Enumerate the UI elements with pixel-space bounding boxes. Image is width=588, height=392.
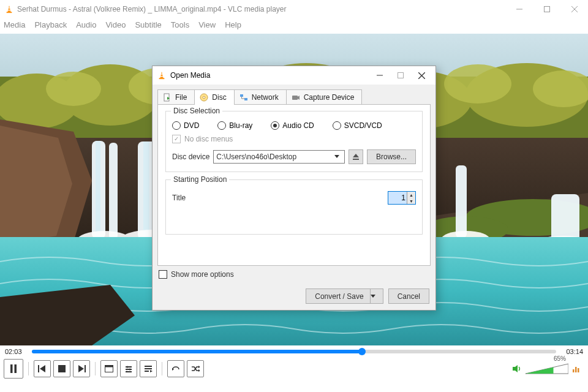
dialog-maximize-button[interactable] bbox=[390, 68, 411, 83]
svg-rect-57 bbox=[105, 366, 113, 368]
svg-rect-86 bbox=[164, 94, 169, 101]
svg-rect-96 bbox=[353, 159, 359, 160]
tab-capture[interactable]: Capture Device bbox=[286, 89, 363, 105]
network-icon bbox=[239, 93, 248, 102]
svg-rect-2 bbox=[9, 7, 10, 8]
mute-icon[interactable] bbox=[512, 364, 522, 373]
svg-marker-97 bbox=[371, 295, 375, 298]
radio-audiocd[interactable]: Audio CD bbox=[271, 121, 314, 130]
svg-point-61 bbox=[127, 366, 129, 368]
spin-up-icon[interactable]: ▲ bbox=[407, 192, 415, 198]
radio-bluray[interactable]: Blu-ray bbox=[217, 121, 252, 130]
menu-media[interactable]: Media bbox=[4, 20, 25, 29]
pause-button[interactable] bbox=[4, 359, 23, 379]
convert-save-label: Convert / Save bbox=[315, 292, 363, 301]
svg-marker-71 bbox=[513, 365, 518, 372]
window-titlebar: Serhat Durmus - Astral (Volkree Remix) _… bbox=[0, 0, 588, 18]
chevron-down-icon bbox=[334, 155, 342, 159]
svg-rect-90 bbox=[240, 94, 243, 97]
vlc-cone-icon bbox=[157, 71, 166, 80]
time-elapsed[interactable]: 02:03 bbox=[5, 348, 26, 355]
svg-rect-92 bbox=[292, 96, 298, 100]
svg-rect-91 bbox=[244, 98, 247, 100]
stop-button[interactable] bbox=[53, 360, 70, 377]
tab-disc[interactable]: Disc bbox=[194, 89, 234, 105]
menu-view[interactable]: View bbox=[198, 20, 216, 29]
radio-svcd-label: SVCD/VCD bbox=[344, 121, 382, 130]
track-label: Title bbox=[172, 194, 186, 202]
no-disc-menus-row: No disc menus bbox=[172, 135, 416, 143]
svg-point-62 bbox=[129, 369, 131, 371]
chevron-down-icon[interactable] bbox=[371, 295, 380, 298]
file-icon bbox=[163, 93, 172, 102]
tab-file-label: File bbox=[175, 93, 187, 102]
track-spinbox-input[interactable] bbox=[388, 192, 407, 204]
radio-svcd[interactable]: SVCD/VCD bbox=[333, 121, 382, 130]
separator bbox=[162, 362, 162, 375]
shuffle-button[interactable] bbox=[187, 360, 204, 377]
browse-button[interactable]: Browse... bbox=[367, 149, 416, 164]
seek-fill bbox=[32, 350, 362, 353]
window-controls bbox=[505, 0, 588, 18]
cancel-button[interactable]: Cancel bbox=[388, 288, 429, 304]
no-disc-menus-checkbox bbox=[172, 135, 181, 143]
extended-settings-button[interactable] bbox=[120, 360, 137, 377]
spin-arrows[interactable]: ▲ ▼ bbox=[407, 192, 415, 204]
radio-audiocd-label: Audio CD bbox=[282, 121, 314, 130]
volume-percent: 65% bbox=[554, 355, 566, 362]
disc-device-combobox[interactable]: C:\Users\no46o\Desktop bbox=[213, 150, 345, 164]
show-more-label: Show more options bbox=[171, 270, 234, 279]
svg-marker-70 bbox=[198, 369, 200, 372]
menu-help[interactable]: Help bbox=[225, 20, 241, 29]
menu-playback[interactable]: Playback bbox=[34, 20, 67, 29]
dialog-minimize-button[interactable] bbox=[369, 68, 390, 83]
menu-tools[interactable]: Tools bbox=[171, 20, 189, 29]
equalizer-icon[interactable] bbox=[572, 364, 581, 373]
svg-marker-54 bbox=[78, 365, 84, 372]
radio-bluray-label: Blu-ray bbox=[229, 121, 252, 130]
svg-marker-93 bbox=[298, 96, 300, 100]
menu-video[interactable]: Video bbox=[105, 20, 126, 29]
time-total[interactable]: 03:14 bbox=[562, 348, 583, 355]
loop-button[interactable] bbox=[167, 360, 184, 377]
menubar: Media Playback Audio Video Subtitle Tool… bbox=[0, 18, 588, 34]
svg-rect-79 bbox=[159, 78, 165, 79]
disc-device-row: Disc device C:\Users\no46o\Desktop Brows… bbox=[172, 149, 416, 164]
seek-knob[interactable] bbox=[358, 348, 366, 355]
svg-rect-53 bbox=[58, 365, 66, 372]
playlist-button[interactable] bbox=[140, 360, 157, 377]
fullscreen-button[interactable] bbox=[100, 360, 118, 377]
previous-button[interactable] bbox=[34, 360, 51, 377]
svg-rect-76 bbox=[575, 367, 577, 372]
radio-dvd[interactable]: DVD bbox=[172, 121, 199, 130]
close-button[interactable] bbox=[560, 0, 588, 18]
svg-point-89 bbox=[203, 96, 206, 99]
maximize-button[interactable] bbox=[533, 0, 560, 18]
tab-network-label: Network bbox=[252, 93, 279, 102]
eject-button[interactable] bbox=[349, 149, 363, 164]
tab-file[interactable]: File bbox=[157, 89, 195, 105]
minimize-button[interactable] bbox=[505, 0, 533, 18]
dialog-close-button[interactable] bbox=[411, 68, 432, 83]
show-more-row: Show more options bbox=[153, 266, 435, 279]
radio-dvd-label: DVD bbox=[184, 121, 199, 130]
spin-down-icon[interactable]: ▼ bbox=[407, 198, 415, 204]
open-media-dialog: Open Media File Disc Network Capture Dev… bbox=[152, 66, 436, 311]
next-button[interactable] bbox=[73, 360, 90, 377]
tab-network[interactable]: Network bbox=[234, 89, 287, 105]
volume-slider[interactable]: 65% bbox=[526, 363, 568, 375]
starting-position-title: Starting Position bbox=[171, 175, 229, 184]
track-spinbox[interactable]: ▲ ▼ bbox=[388, 191, 416, 205]
svg-rect-38 bbox=[143, 141, 149, 239]
svg-rect-5 bbox=[544, 7, 549, 12]
svg-rect-26 bbox=[109, 143, 118, 239]
menu-subtitle[interactable]: Subtitle bbox=[135, 20, 161, 29]
show-more-checkbox[interactable] bbox=[159, 270, 167, 279]
menu-audio[interactable]: Audio bbox=[76, 20, 96, 29]
convert-save-button[interactable]: Convert / Save bbox=[306, 288, 383, 304]
seek-slider[interactable] bbox=[32, 350, 556, 353]
separator bbox=[28, 362, 29, 375]
starting-position-group: Starting Position Title ▲ ▼ bbox=[165, 179, 423, 235]
svg-marker-78 bbox=[160, 72, 163, 78]
disc-device-label: Disc device bbox=[172, 153, 209, 161]
